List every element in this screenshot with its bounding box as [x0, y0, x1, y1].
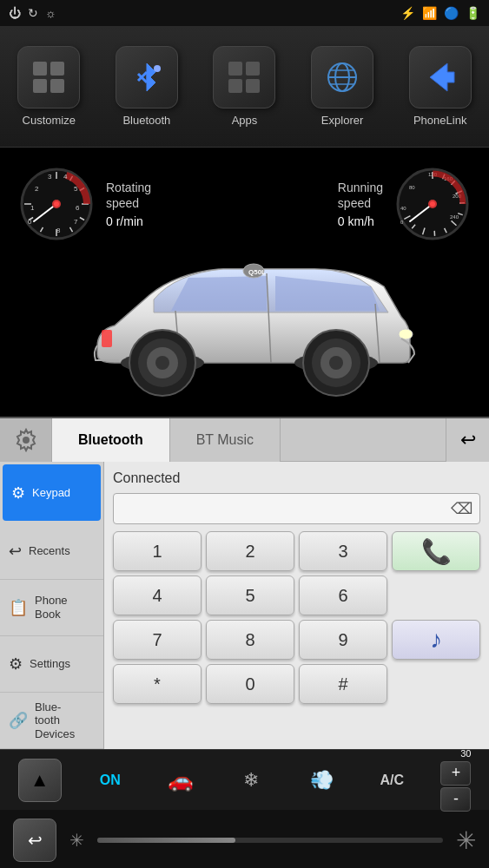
svg-point-66	[430, 201, 435, 207]
temp-controls: 30 + -	[440, 748, 471, 812]
svg-text:0: 0	[28, 218, 32, 226]
svg-text:5: 5	[74, 185, 78, 193]
apps-label: Apps	[232, 114, 258, 127]
btdevices-icon: 🔗	[9, 711, 28, 730]
recents-icon: ↩	[9, 542, 22, 561]
key-1[interactable]: 1	[113, 531, 202, 571]
nav-bar: Customize Bluetooth Apps	[0, 26, 489, 148]
fan-icon-large: ✳	[456, 826, 476, 855]
status-bar-right: ⚡ 📶 🔵 🔋	[400, 6, 480, 20]
bt-settings-icon[interactable]	[0, 418, 52, 462]
phonebook-label: PhoneBook	[35, 594, 68, 621]
keypad-label: Keypad	[32, 486, 70, 500]
sidebar-item-phonebook[interactable]: 📋 PhoneBook	[0, 580, 103, 636]
svg-point-8	[154, 65, 161, 72]
settings-icon: ⚙	[9, 654, 23, 674]
backspace-button[interactable]: ⌫	[451, 499, 472, 518]
svg-text:8: 8	[56, 227, 61, 234]
call-button[interactable]: 📞	[392, 531, 480, 571]
nav-item-explorer[interactable]: Explorer	[299, 46, 386, 127]
car-image: Q50L	[63, 217, 427, 399]
climate-on-button[interactable]: ON	[89, 759, 132, 802]
customize-label: Customize	[23, 114, 76, 127]
bluetooth-nav-label: Bluetooth	[122, 114, 170, 127]
svg-rect-82	[102, 330, 112, 347]
fan-icon[interactable]: 💨	[300, 759, 343, 802]
svg-text:2: 2	[35, 185, 39, 193]
svg-rect-0	[33, 62, 47, 76]
svg-point-81	[399, 329, 413, 339]
nav-item-phonelink[interactable]: PhoneLink	[397, 46, 484, 127]
svg-rect-3	[50, 79, 64, 93]
defrost-icon[interactable]: ❄	[229, 759, 273, 802]
bt-content: ⚙ Keypad ↩ Recents 📋 PhoneBook ⚙ Setting…	[0, 462, 489, 749]
key-5[interactable]: 5	[206, 575, 294, 615]
arrow-up-button[interactable]: ▲	[18, 759, 62, 802]
connected-status: Connected	[113, 470, 480, 486]
status-bar-left: ⏻ ↻ ☼	[9, 6, 56, 20]
svg-text:240: 240	[450, 214, 459, 220]
back-button-bottom[interactable]: ↩	[13, 819, 56, 862]
music-button[interactable]: ♪	[392, 620, 480, 660]
key-star[interactable]: *	[113, 664, 202, 704]
svg-point-85	[23, 437, 30, 444]
rotating-speed-title: Rotatingspeed	[106, 180, 151, 211]
refresh-icon[interactable]: ↻	[28, 6, 38, 20]
climate-bar: ▲ ON 🚗 ❄ 💨 A/C 30 + -	[0, 749, 489, 810]
explorer-label: Explorer	[321, 114, 363, 127]
svg-text:6: 6	[76, 204, 80, 212]
customize-icon	[17, 46, 80, 108]
bt-back-button[interactable]: ↩	[446, 418, 489, 462]
sidebar-item-keypad[interactable]: ⚙ Keypad	[3, 464, 101, 521]
nav-item-apps[interactable]: Apps	[201, 46, 287, 127]
tab-btmusic[interactable]: BT Music	[170, 418, 281, 462]
svg-text:4: 4	[63, 173, 68, 181]
ac-button[interactable]: A/C	[370, 759, 413, 802]
nav-item-customize[interactable]: Customize	[5, 46, 92, 127]
svg-rect-1	[50, 62, 64, 76]
bt-tabs: Bluetooth BT Music	[52, 418, 446, 462]
fan-bar: ↩ ✳ ✳	[0, 810, 489, 868]
key-6[interactable]: 6	[299, 575, 387, 615]
explorer-icon	[311, 46, 373, 108]
key-8[interactable]: 8	[206, 620, 294, 660]
svg-rect-12	[246, 79, 260, 93]
temp-plus-button[interactable]: +	[440, 761, 471, 786]
brightness-icon[interactable]: ☼	[45, 6, 56, 20]
svg-rect-11	[228, 79, 242, 93]
key-9[interactable]: 9	[299, 620, 387, 660]
key-7[interactable]: 7	[113, 620, 202, 660]
tab-bluetooth[interactable]: Bluetooth	[52, 418, 170, 462]
svg-rect-2	[33, 79, 47, 93]
bt-tab-header: Bluetooth BT Music ↩	[0, 418, 489, 462]
key-2[interactable]: 2	[206, 531, 294, 571]
svg-point-80	[329, 356, 343, 370]
key-hash[interactable]: #	[299, 664, 387, 704]
sidebar-item-settings[interactable]: ⚙ Settings	[0, 636, 103, 693]
fan-slider-fill	[97, 838, 235, 843]
key-4[interactable]: 4	[113, 575, 202, 615]
key-3[interactable]: 3	[299, 531, 387, 571]
fan-icon-small: ✳	[69, 830, 84, 851]
btdevices-label: Blue-toothDevices	[35, 700, 75, 741]
bt-sidebar: ⚙ Keypad ↩ Recents 📋 PhoneBook ⚙ Setting…	[0, 462, 104, 749]
sidebar-item-btdevices[interactable]: 🔗 Blue-toothDevices	[0, 693, 103, 749]
recents-label: Recents	[29, 544, 70, 558]
dashboard: 1 2 3 4 5 6 7 0 8 Rotatingspeed 0 r/m	[0, 148, 489, 417]
bt-display[interactable]: ⌫	[113, 493, 480, 524]
usb-icon: ⚡	[400, 6, 415, 20]
bluetooth-status-icon: 🔵	[444, 6, 459, 20]
phonelink-label: PhoneLink	[413, 114, 466, 127]
temp-minus-button[interactable]: -	[440, 787, 471, 812]
bluetooth-nav-icon	[116, 46, 178, 108]
fan-slider-track[interactable]	[97, 838, 443, 843]
settings-label: Settings	[30, 657, 70, 671]
apps-icon	[213, 46, 275, 108]
car-icon: 🚗	[159, 759, 202, 802]
keypad-grid: 1 2 3 📞 4 5 6 7 8 9 ♪ * 0 #	[113, 531, 480, 704]
sidebar-item-recents[interactable]: ↩ Recents	[0, 523, 103, 580]
nav-item-bluetooth[interactable]: Bluetooth	[103, 46, 190, 127]
key-0[interactable]: 0	[206, 664, 294, 704]
power-icon[interactable]: ⏻	[9, 6, 21, 20]
bt-keypad-area: Connected ⌫ 1 2 3 📞 4 5 6 7 8 9 ♪	[104, 462, 489, 749]
